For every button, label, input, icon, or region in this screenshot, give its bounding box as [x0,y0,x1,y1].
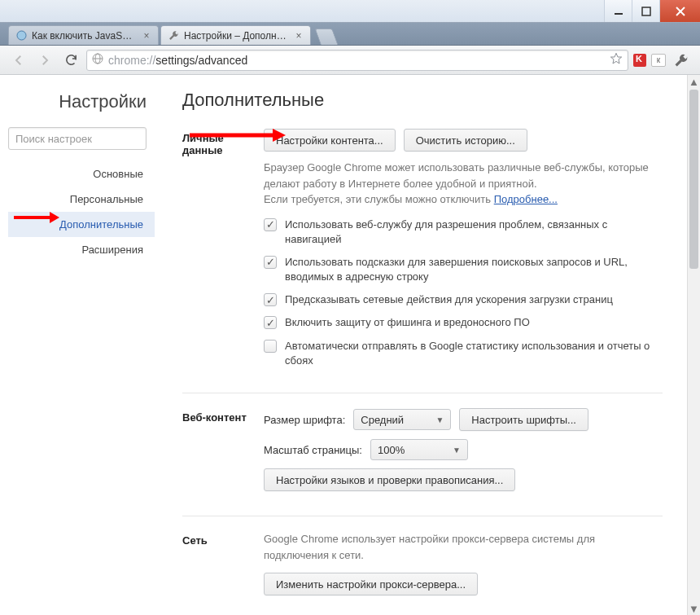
privacy-description: Браузер Google Chrome может использовать… [264,160,663,208]
chevron-down-icon: ▼ [453,446,461,455]
checkbox-icon [264,256,277,269]
tab-title: Настройки – Дополнитель [184,30,289,42]
browser-tab-0[interactable]: Как включить JavaScript в × [8,25,159,45]
svg-rect-1 [642,7,650,15]
svg-marker-11 [273,129,286,142]
checkbox-label: Использовать веб-службу для разрешения п… [285,217,663,247]
checkbox-icon [264,218,277,231]
annotation-arrow-sidebar [12,209,61,226]
section-network: Сеть Google Chrome использует настройки … [182,531,663,615]
close-icon[interactable]: × [142,31,151,41]
checkbox-label: Использовать подсказки для завершения по… [285,255,663,284]
checkbox-usage-stats[interactable]: Автоматически отправлять в Google статис… [264,339,663,368]
globe-icon [15,30,27,42]
close-icon[interactable]: × [294,31,304,41]
clear-history-button[interactable]: Очистить историю... [404,129,527,152]
svg-point-4 [17,31,26,40]
browser-tab-1[interactable]: Настройки – Дополнитель × [160,25,311,45]
new-tab-button[interactable] [314,29,338,45]
page-title: Дополнительные [182,90,663,111]
svg-marker-9 [50,212,59,223]
globe-icon [92,53,103,67]
section-label-network: Сеть [182,531,264,604]
checkbox-predict-network[interactable]: Предсказывать сетевые действия для ускор… [264,292,663,307]
search-settings-input[interactable]: Поиск настроек [8,127,147,150]
checkbox-label: Включить защиту от фишинга и вредоносног… [285,315,530,330]
reload-button[interactable] [60,50,81,71]
checkbox-phishing-protection[interactable]: Включить защиту от фишинга и вредоносног… [264,315,663,330]
sidebar-item-basics[interactable]: Основные [8,161,155,187]
select-value: Средний [361,414,404,426]
section-label-privacy: Личные данные [182,129,264,376]
language-settings-button[interactable]: Настройки языков и проверки правописания… [264,468,515,491]
tab-strip: Как включить JavaScript в × Настройки – … [0,23,700,46]
bookmark-star-icon[interactable] [610,52,623,68]
section-privacy: Личные данные Настройки контента... Очис… [182,129,663,393]
checkbox-icon [264,316,277,329]
tab-title: Как включить JavaScript в [32,30,137,42]
learn-more-link[interactable]: Подробнее... [494,193,558,205]
checkbox-suggestions[interactable]: Использовать подсказки для завершения по… [264,255,663,284]
font-size-select[interactable]: Средний ▼ [353,409,451,430]
scroll-up-icon[interactable]: ▲ [688,75,700,88]
vertical-scrollbar[interactable]: ▲ ▼ [687,75,700,615]
window-minimize-button[interactable] [604,0,632,22]
checkbox-icon [264,293,277,306]
select-value: 100% [378,444,405,456]
page-zoom-select[interactable]: 100% ▼ [370,439,468,460]
wrench-icon [168,30,179,42]
settings-sidebar: Настройки Поиск настроек Основные Персон… [0,75,163,615]
checkbox-label: Автоматически отправлять в Google статис… [285,339,663,368]
section-label-webcontent: Веб-контент [182,408,264,499]
checkbox-label: Предсказывать сетевые действия для ускор… [285,292,613,307]
page-zoom-label: Масштаб страницы: [264,444,362,456]
window-close-button[interactable] [659,0,700,22]
sidebar-item-personal[interactable]: Персональные [8,187,155,212]
window-titlebar [0,0,700,23]
search-placeholder-text: Поиск настроек [15,133,92,145]
address-bar[interactable]: chrome://settings/advanced [86,50,628,71]
scroll-down-icon[interactable]: ▼ [688,602,700,615]
url-text: chrome://settings/advanced [108,54,247,67]
annotation-arrow-content [188,127,286,143]
checkbox-nav-errors[interactable]: Использовать веб-службу для разрешения п… [264,217,663,247]
keyboard-icon[interactable]: к [651,54,666,67]
browser-toolbar: chrome://settings/advanced к [0,46,700,75]
page-content: Настройки Поиск настроек Основные Персон… [0,75,700,615]
settings-main: Дополнительные Личные данные Настройки к… [163,75,687,615]
forward-button[interactable] [34,50,55,71]
proxy-settings-button[interactable]: Изменить настройки прокси-сервера... [264,573,478,595]
wrench-menu-button[interactable] [671,50,692,71]
chevron-down-icon: ▼ [435,415,444,424]
network-description: Google Chrome использует настройки прокс… [264,531,663,563]
section-webcontent: Веб-контент Размер шрифта: Средний ▼ Нас… [182,408,663,516]
checkbox-icon [264,340,277,353]
scrollbar-thumb[interactable] [689,90,698,269]
sidebar-title: Настройки [8,91,155,112]
sidebar-item-extensions[interactable]: Расширения [8,237,155,262]
kaspersky-icon[interactable] [633,54,646,67]
window-maximize-button[interactable] [632,0,659,22]
font-size-label: Размер шрифта: [264,414,345,426]
back-button[interactable] [8,50,29,71]
customize-fonts-button[interactable]: Настроить шрифты... [459,408,588,431]
svg-rect-0 [615,13,623,15]
